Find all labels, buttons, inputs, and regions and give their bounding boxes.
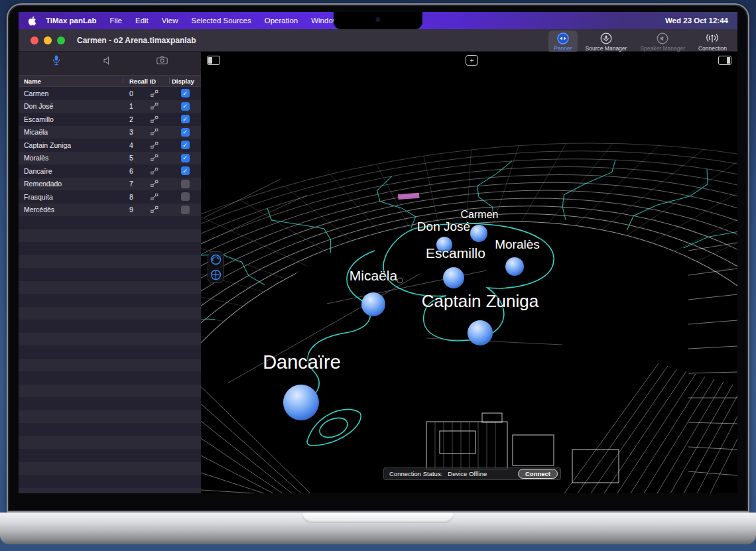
panner-icon: [557, 32, 569, 44]
center-view-icon[interactable]: +: [466, 55, 478, 66]
source-label-micaëla: Micaëla: [349, 268, 398, 283]
display-checkbox[interactable]: ✓: [181, 128, 190, 137]
source-spheres[interactable]: CarmenDon JoséMoralèsEscamilloMicaëlaCap…: [263, 209, 540, 420]
routing-node-button[interactable]: [140, 167, 169, 175]
window-title: Carmen - o2 Arena.timaxpanlab: [77, 36, 196, 45]
routing-node-button[interactable]: [140, 115, 169, 123]
empty-row: [19, 449, 201, 462]
minimize-button[interactable]: [44, 36, 52, 44]
menu-clock[interactable]: Wed 23 Oct 12:44: [665, 17, 728, 25]
table-header: Name Recall ID Display: [19, 75, 201, 87]
table-row[interactable]: Dancaïre6✓: [19, 164, 201, 178]
source-sphere-captain-zuniga[interactable]: [468, 320, 493, 345]
source-table: Carmen0✓Don José1✓Escamillo2✓Micaëla3✓Ca…: [19, 87, 201, 493]
display-checkbox[interactable]: ✓: [181, 141, 190, 149]
orbit-icon[interactable]: [210, 254, 221, 265]
display-checkbox[interactable]: ✓: [181, 192, 190, 201]
table-row[interactable]: Micaëla3✓: [19, 126, 201, 139]
camera-icon: [376, 17, 381, 22]
recall-id: 4: [123, 141, 140, 149]
table-row[interactable]: Captain Zuniga4✓: [19, 139, 201, 152]
column-divider: [123, 78, 123, 84]
routing-node-icon: [151, 115, 158, 123]
menu-view[interactable]: View: [155, 17, 185, 25]
empty-row: [19, 436, 201, 450]
zoom-button[interactable]: [57, 36, 65, 44]
arena-viewport[interactable]: CarmenDon JoséMoralèsEscamilloMicaëlaCap…: [201, 52, 737, 493]
menu-file[interactable]: File: [103, 17, 129, 25]
source-manager-button[interactable]: Source Manager: [580, 31, 633, 53]
source-name: Micaëla: [19, 128, 123, 136]
panner-label: Panner: [554, 45, 572, 52]
microphone-icon[interactable]: [52, 55, 60, 66]
display-checkbox[interactable]: ✓: [181, 166, 190, 175]
routing-node-button[interactable]: [140, 141, 169, 149]
column-display[interactable]: Display: [172, 78, 194, 85]
display-checkbox[interactable]: ✓: [181, 89, 190, 97]
panel-left-toggle-icon[interactable]: [207, 56, 220, 65]
display-checkbox[interactable]: ✓: [181, 180, 190, 188]
camera-icon[interactable]: [157, 56, 168, 64]
routing-node-button[interactable]: [140, 102, 169, 110]
panner-button[interactable]: Panner: [548, 31, 577, 53]
display-checkbox[interactable]: ✓: [181, 102, 190, 111]
source-sphere-moralès[interactable]: [505, 257, 524, 276]
source-label-don-josé: Don José: [417, 219, 470, 233]
table-row[interactable]: Don José1✓: [19, 100, 201, 113]
apple-icon[interactable]: [28, 16, 36, 26]
source-sphere-carmen[interactable]: [470, 225, 487, 242]
recall-id: 8: [123, 193, 140, 201]
source-sphere-micaëla[interactable]: [361, 292, 385, 316]
display-checkbox[interactable]: ✓: [181, 154, 190, 162]
table-row[interactable]: Frasquita8✓: [19, 190, 201, 204]
empty-row: [19, 307, 201, 320]
display-checkbox[interactable]: ✓: [181, 115, 190, 123]
empty-row: [19, 320, 201, 333]
traffic-lights: [31, 36, 65, 44]
view-mode-controls: [208, 251, 224, 283]
column-recall-id[interactable]: Recall ID: [129, 78, 156, 85]
panel-right-toggle-icon[interactable]: [718, 56, 731, 65]
routing-node-button[interactable]: [140, 180, 169, 188]
source-sphere-escamillo[interactable]: [443, 267, 464, 288]
window-titlebar: Carmen - o2 Arena.timaxpanlab Panner: [19, 29, 737, 52]
source-name: Don José: [19, 102, 123, 110]
arena-wireframe: CarmenDon JoséMoralèsEscamilloMicaëlaCap…: [201, 52, 737, 493]
menu-selected-sources[interactable]: Selected Sources: [185, 17, 258, 25]
speaker-manager-button[interactable]: Speaker Manager: [635, 31, 690, 53]
routing-node-button[interactable]: [140, 90, 169, 97]
table-row[interactable]: Moralès5✓: [19, 152, 201, 165]
empty-row: [19, 229, 201, 243]
routing-node-icon: [151, 141, 158, 149]
close-button[interactable]: [31, 36, 38, 44]
connection-button[interactable]: Connection: [693, 31, 732, 53]
source-name: Moralès: [19, 154, 123, 162]
menu-timax-panlab[interactable]: TiMax panLab: [39, 17, 103, 25]
routing-node-button[interactable]: [140, 128, 169, 136]
source-name: Captain Zuniga: [19, 141, 123, 149]
display-checkbox[interactable]: ✓: [181, 206, 190, 214]
microphone-circle-icon: [600, 32, 612, 44]
routing-node-button[interactable]: [140, 193, 169, 201]
pan-icon[interactable]: [210, 269, 221, 280]
source-sphere-dancaïre[interactable]: [283, 385, 319, 420]
empty-row: [19, 255, 201, 269]
table-row[interactable]: Mercédès9✓: [19, 204, 201, 217]
antenna-icon: [706, 32, 719, 44]
empty-row: [19, 385, 201, 398]
table-row[interactable]: Escamillo2✓: [19, 113, 201, 126]
recall-id: 6: [123, 167, 140, 175]
routing-node-icon: [151, 90, 158, 97]
table-row[interactable]: Carmen0✓: [19, 87, 201, 100]
table-row[interactable]: Remendado7✓: [19, 178, 201, 191]
routing-node-button[interactable]: [140, 206, 169, 214]
routing-node-icon: [151, 154, 158, 162]
laptop-lid: TiMax panLabFileEditViewSelected Sources…: [7, 3, 749, 513]
column-name[interactable]: Name: [24, 78, 41, 85]
menu-operation[interactable]: Operation: [258, 17, 305, 25]
routing-node-icon: [151, 128, 158, 136]
connect-button[interactable]: Connect: [518, 469, 558, 479]
menu-edit[interactable]: Edit: [129, 17, 155, 25]
routing-node-button[interactable]: [140, 154, 169, 162]
speaker-icon[interactable]: [103, 56, 113, 65]
